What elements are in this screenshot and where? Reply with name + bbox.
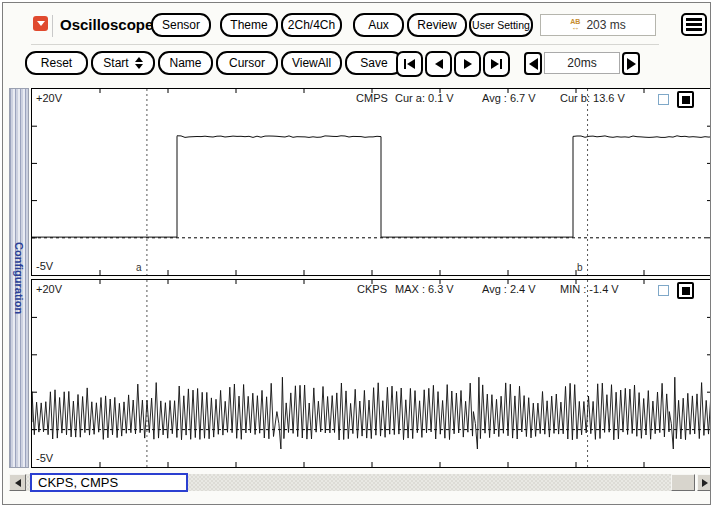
timebase-increase-button[interactable] — [622, 52, 640, 75]
skip-first-button[interactable] — [396, 51, 423, 77]
app-title: Oscilloscope — [60, 16, 153, 33]
scroll-left-button[interactable] — [9, 474, 26, 491]
step-back-button[interactable] — [425, 51, 452, 77]
ckps-min-stat: MIN : -1.4 V — [560, 283, 619, 295]
triangle-left-icon — [15, 479, 21, 487]
start-button[interactable]: Start — [91, 51, 155, 75]
save-button[interactable]: Save — [345, 51, 403, 75]
ckps-vmin-label: -5V — [36, 452, 53, 464]
triangle-right-icon — [702, 479, 708, 487]
name-button[interactable]: Name — [158, 51, 213, 75]
start-button-label: Start — [103, 56, 128, 70]
cursor-button[interactable]: Cursor — [216, 51, 278, 75]
triangle-left-icon — [407, 59, 415, 69]
sensor-button[interactable]: Sensor — [151, 13, 211, 37]
checkbox-fill-icon — [682, 287, 690, 295]
active-channels-label: CKPS, CMPS — [30, 473, 188, 492]
oscilloscope-window: Oscilloscope Sensor Theme 2Ch/4Ch Aux Re… — [2, 2, 711, 505]
cmps-visibility-checkbox[interactable] — [677, 91, 694, 108]
theme-button[interactable]: Theme — [220, 13, 278, 37]
ckps-secondary-checkbox[interactable] — [658, 285, 669, 296]
cmps-cursor-a-stat: Cur a: 0.1 V — [395, 92, 454, 104]
hamburger-menu-icon[interactable] — [681, 13, 707, 36]
triangle-right-icon — [627, 58, 636, 70]
cursor-time-display: AB↔ 203 ms — [540, 14, 656, 36]
cursor-b-label[interactable]: b — [577, 262, 583, 273]
channel-panel-ckps[interactable]: +20V CKPS MAX : 6.3 V Avg : 2.4 V MIN : … — [31, 279, 711, 468]
ckps-max-stat: MAX : 6.3 V — [395, 283, 454, 295]
cmps-avg-stat: Avg : 6.7 V — [482, 92, 536, 104]
aux-button[interactable]: Aux — [353, 13, 404, 37]
checkbox-fill-icon — [682, 96, 690, 104]
viewall-button[interactable]: ViewAll — [281, 51, 342, 75]
cmps-vmin-label: -5V — [36, 260, 53, 272]
timebase-decrease-button[interactable] — [524, 52, 542, 75]
start-spinner-icon[interactable] — [135, 57, 143, 69]
cmps-secondary-checkbox[interactable] — [658, 94, 669, 105]
cmps-cursor-b-stat: Cur b: 13.6 V — [560, 92, 625, 104]
toolbar-separator — [31, 44, 659, 45]
ab-range-icon: AB↔ — [570, 19, 580, 31]
triangle-left-icon — [435, 59, 443, 69]
scroll-right-button[interactable] — [697, 474, 711, 491]
cursor-time-value: 203 ms — [586, 18, 625, 32]
cursor-a-label[interactable]: a — [136, 262, 142, 273]
triangle-right-icon — [464, 59, 472, 69]
skip-last-button[interactable] — [483, 51, 510, 77]
channel-mode-button[interactable]: 2Ch/4Ch — [281, 13, 342, 37]
ckps-avg-stat: Avg : 2.4 V — [482, 283, 536, 295]
review-button[interactable]: Review — [407, 13, 467, 37]
bar-icon — [404, 59, 406, 69]
cmps-waveform-plot[interactable] — [32, 89, 711, 275]
app-menu-icon[interactable] — [33, 16, 48, 31]
bar-icon — [500, 59, 502, 69]
configuration-sidebar-label: Configuration — [13, 242, 25, 314]
timebase-value[interactable]: 20ms — [544, 52, 620, 74]
triangle-left-icon — [529, 58, 538, 70]
step-forward-button[interactable] — [454, 51, 481, 77]
ckps-visibility-checkbox[interactable] — [677, 282, 694, 299]
caret-down-icon — [37, 21, 45, 26]
channel-panel-cmps[interactable]: +20V CMPS Cur a: 0.1 V Avg : 6.7 V Cur b… — [31, 88, 711, 276]
scrollbar-thumb[interactable] — [671, 474, 695, 491]
ckps-waveform-plot[interactable] — [32, 280, 711, 467]
title-divider — [52, 15, 53, 37]
configuration-sidebar-tab[interactable]: Configuration — [9, 88, 29, 468]
user-setting-button[interactable]: User Setting — [469, 13, 533, 37]
reset-button[interactable]: Reset — [25, 51, 88, 75]
triangle-right-icon — [491, 59, 499, 69]
